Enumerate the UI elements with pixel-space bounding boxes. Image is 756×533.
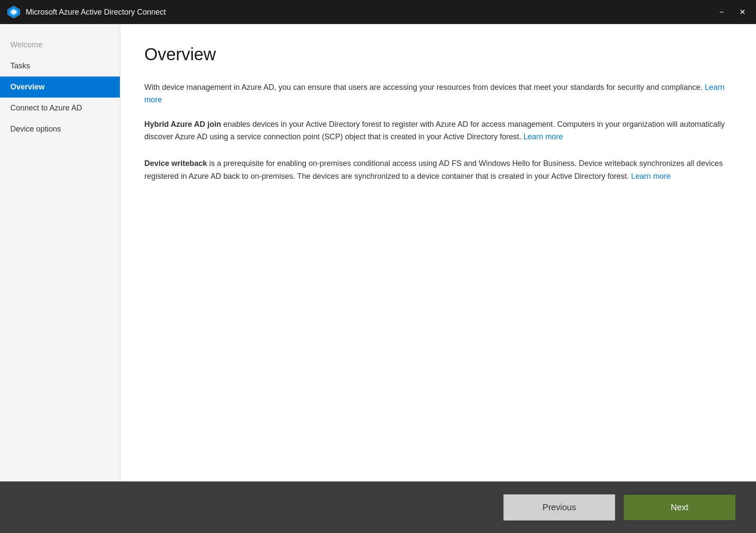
next-button[interactable]: Next: [624, 495, 735, 520]
hybrid-learn-more-link[interactable]: Learn more: [523, 132, 563, 141]
sidebar-item-overview[interactable]: Overview: [0, 77, 120, 98]
writeback-section: Device writeback is a prerequisite for e…: [144, 157, 732, 183]
previous-button[interactable]: Previous: [503, 494, 615, 521]
azure-ad-logo-icon: [7, 5, 21, 19]
hybrid-section: Hybrid Azure AD join enables devices in …: [144, 118, 732, 144]
sidebar-item-device-options[interactable]: Device options: [0, 119, 120, 140]
sidebar: Welcome Tasks Overview Connect to Azure …: [0, 24, 120, 481]
writeback-bold-text: Device writeback: [144, 159, 207, 168]
main-content-panel: Overview With device management in Azure…: [120, 24, 756, 481]
minimize-button[interactable]: −: [716, 6, 727, 18]
window-body: Welcome Tasks Overview Connect to Azure …: [0, 24, 756, 533]
title-bar: Microsoft Azure Active Directory Connect…: [0, 0, 756, 24]
writeback-paragraph: Device writeback is a prerequisite for e…: [144, 157, 732, 183]
sidebar-item-tasks[interactable]: Tasks: [0, 55, 120, 77]
intro-paragraph: With device management in Azure AD, you …: [144, 81, 732, 106]
hybrid-paragraph: Hybrid Azure AD join enables devices in …: [144, 118, 732, 144]
hybrid-body-text: enables devices in your Active Directory…: [144, 120, 725, 141]
writeback-learn-more-link[interactable]: Learn more: [631, 172, 671, 181]
page-title: Overview: [144, 45, 732, 64]
sidebar-item-connect-azure-ad[interactable]: Connect to Azure AD: [0, 98, 120, 119]
content-area: Welcome Tasks Overview Connect to Azure …: [0, 24, 756, 481]
hybrid-bold-text: Hybrid Azure AD join: [144, 120, 221, 129]
close-button[interactable]: ✕: [736, 6, 749, 18]
window-controls: − ✕: [716, 6, 749, 18]
window-title: Microsoft Azure Active Directory Connect: [26, 8, 716, 17]
footer: Previous Next: [0, 481, 756, 533]
sidebar-item-welcome: Welcome: [0, 34, 120, 55]
